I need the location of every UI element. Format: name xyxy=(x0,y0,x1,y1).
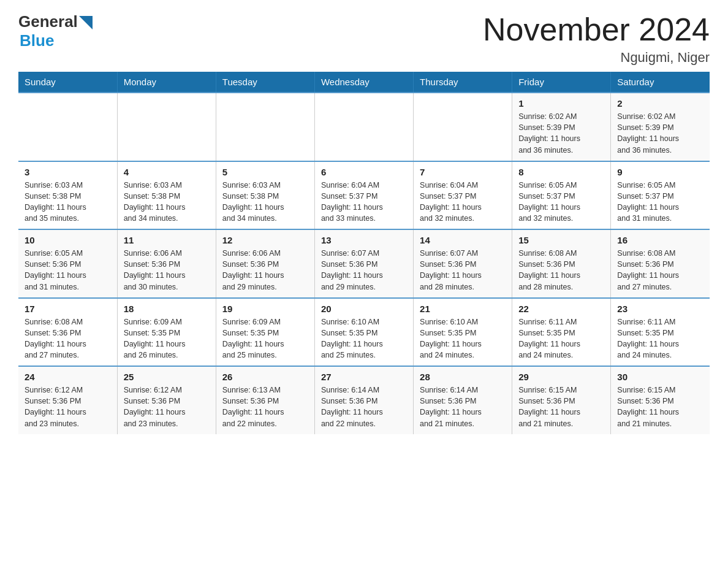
day-info: Sunrise: 6:04 AM Sunset: 5:37 PM Dayligh… xyxy=(321,180,407,224)
day-info: Sunrise: 6:08 AM Sunset: 5:36 PM Dayligh… xyxy=(617,248,703,293)
day-info: Sunrise: 6:12 AM Sunset: 5:36 PM Dayligh… xyxy=(25,385,111,429)
day-number: 28 xyxy=(420,372,506,382)
page-header: General Blue November 2024 Nguigmi, Nige… xyxy=(18,12,710,66)
calendar-day-cell xyxy=(414,93,512,161)
day-info: Sunrise: 6:15 AM Sunset: 5:36 PM Dayligh… xyxy=(617,385,703,429)
calendar-day-cell: 8Sunrise: 6:05 AM Sunset: 5:37 PM Daylig… xyxy=(512,161,611,230)
calendar-day-cell: 15Sunrise: 6:08 AM Sunset: 5:36 PM Dayli… xyxy=(512,229,611,298)
day-number: 25 xyxy=(124,372,210,382)
day-number: 23 xyxy=(617,304,703,314)
day-number: 12 xyxy=(222,235,308,245)
calendar-day-cell: 24Sunrise: 6:12 AM Sunset: 5:36 PM Dayli… xyxy=(18,366,117,434)
weekday-header-friday: Friday xyxy=(512,72,611,93)
logo: General Blue xyxy=(18,12,93,50)
logo-triangle-icon xyxy=(79,16,93,29)
day-number: 29 xyxy=(518,372,604,382)
day-info: Sunrise: 6:14 AM Sunset: 5:36 PM Dayligh… xyxy=(420,385,506,429)
day-number: 15 xyxy=(518,235,604,245)
calendar-week-row: 17Sunrise: 6:08 AM Sunset: 5:36 PM Dayli… xyxy=(18,298,710,367)
calendar-day-cell: 19Sunrise: 6:09 AM Sunset: 5:35 PM Dayli… xyxy=(216,298,314,367)
weekday-header-sunday: Sunday xyxy=(18,72,117,93)
calendar-day-cell: 23Sunrise: 6:11 AM Sunset: 5:35 PM Dayli… xyxy=(611,298,710,367)
calendar-day-cell xyxy=(18,93,117,161)
day-number: 4 xyxy=(124,167,210,177)
calendar-day-cell: 22Sunrise: 6:11 AM Sunset: 5:35 PM Dayli… xyxy=(512,298,611,367)
calendar-day-cell: 11Sunrise: 6:06 AM Sunset: 5:36 PM Dayli… xyxy=(117,229,216,298)
day-number: 20 xyxy=(321,304,407,314)
day-info: Sunrise: 6:06 AM Sunset: 5:36 PM Dayligh… xyxy=(124,248,210,293)
calendar-day-cell: 1Sunrise: 6:02 AM Sunset: 5:39 PM Daylig… xyxy=(512,93,611,161)
calendar-day-cell xyxy=(117,93,216,161)
calendar-table: SundayMondayTuesdayWednesdayThursdayFrid… xyxy=(18,72,710,434)
day-info: Sunrise: 6:05 AM Sunset: 5:37 PM Dayligh… xyxy=(617,180,703,224)
day-info: Sunrise: 6:14 AM Sunset: 5:36 PM Dayligh… xyxy=(321,385,407,429)
day-info: Sunrise: 6:07 AM Sunset: 5:36 PM Dayligh… xyxy=(420,248,506,293)
calendar-day-cell: 27Sunrise: 6:14 AM Sunset: 5:36 PM Dayli… xyxy=(314,366,413,434)
weekday-header-tuesday: Tuesday xyxy=(216,72,314,93)
day-info: Sunrise: 6:13 AM Sunset: 5:36 PM Dayligh… xyxy=(222,385,308,429)
day-info: Sunrise: 6:03 AM Sunset: 5:38 PM Dayligh… xyxy=(25,180,111,224)
day-info: Sunrise: 6:06 AM Sunset: 5:36 PM Dayligh… xyxy=(222,248,308,293)
logo-blue-text: Blue xyxy=(20,31,54,50)
day-number: 3 xyxy=(25,167,111,177)
day-number: 30 xyxy=(617,372,703,382)
calendar-day-cell: 21Sunrise: 6:10 AM Sunset: 5:35 PM Dayli… xyxy=(414,298,512,367)
day-number: 13 xyxy=(321,235,407,245)
calendar-day-cell: 28Sunrise: 6:14 AM Sunset: 5:36 PM Dayli… xyxy=(414,366,512,434)
svg-marker-0 xyxy=(79,16,93,29)
day-number: 27 xyxy=(321,372,407,382)
day-number: 9 xyxy=(617,167,703,177)
day-info: Sunrise: 6:09 AM Sunset: 5:35 PM Dayligh… xyxy=(222,316,308,361)
calendar-day-cell: 9Sunrise: 6:05 AM Sunset: 5:37 PM Daylig… xyxy=(611,161,710,230)
day-number: 18 xyxy=(124,304,210,314)
calendar-day-cell: 5Sunrise: 6:03 AM Sunset: 5:38 PM Daylig… xyxy=(216,161,314,230)
weekday-header-saturday: Saturday xyxy=(611,72,710,93)
day-info: Sunrise: 6:08 AM Sunset: 5:36 PM Dayligh… xyxy=(25,316,111,361)
day-info: Sunrise: 6:03 AM Sunset: 5:38 PM Dayligh… xyxy=(222,180,308,224)
calendar-day-cell: 7Sunrise: 6:04 AM Sunset: 5:37 PM Daylig… xyxy=(414,161,512,230)
weekday-header-wednesday: Wednesday xyxy=(314,72,413,93)
calendar-day-cell: 26Sunrise: 6:13 AM Sunset: 5:36 PM Dayli… xyxy=(216,366,314,434)
calendar-day-cell: 3Sunrise: 6:03 AM Sunset: 5:38 PM Daylig… xyxy=(18,161,117,230)
day-info: Sunrise: 6:02 AM Sunset: 5:39 PM Dayligh… xyxy=(518,111,604,156)
day-number: 7 xyxy=(420,167,506,177)
weekday-header-row: SundayMondayTuesdayWednesdayThursdayFrid… xyxy=(18,72,710,93)
weekday-header-thursday: Thursday xyxy=(414,72,512,93)
day-number: 14 xyxy=(420,235,506,245)
day-info: Sunrise: 6:08 AM Sunset: 5:36 PM Dayligh… xyxy=(518,248,604,293)
day-number: 16 xyxy=(617,235,703,245)
day-number: 8 xyxy=(518,167,604,177)
day-number: 22 xyxy=(518,304,604,314)
calendar-day-cell: 13Sunrise: 6:07 AM Sunset: 5:36 PM Dayli… xyxy=(314,229,413,298)
calendar-day-cell: 25Sunrise: 6:12 AM Sunset: 5:36 PM Dayli… xyxy=(117,366,216,434)
day-info: Sunrise: 6:15 AM Sunset: 5:36 PM Dayligh… xyxy=(518,385,604,429)
title-block: November 2024 Nguigmi, Niger xyxy=(483,12,710,66)
calendar-day-cell: 10Sunrise: 6:05 AM Sunset: 5:36 PM Dayli… xyxy=(18,229,117,298)
day-number: 5 xyxy=(222,167,308,177)
day-number: 17 xyxy=(25,304,111,314)
day-info: Sunrise: 6:02 AM Sunset: 5:39 PM Dayligh… xyxy=(617,111,703,156)
calendar-day-cell: 20Sunrise: 6:10 AM Sunset: 5:35 PM Dayli… xyxy=(314,298,413,367)
day-number: 6 xyxy=(321,167,407,177)
day-number: 10 xyxy=(25,235,111,245)
calendar-week-row: 10Sunrise: 6:05 AM Sunset: 5:36 PM Dayli… xyxy=(18,229,710,298)
calendar-day-cell: 14Sunrise: 6:07 AM Sunset: 5:36 PM Dayli… xyxy=(414,229,512,298)
day-number: 11 xyxy=(124,235,210,245)
logo-general-text: General xyxy=(18,12,78,31)
calendar-day-cell: 17Sunrise: 6:08 AM Sunset: 5:36 PM Dayli… xyxy=(18,298,117,367)
calendar-week-row: 1Sunrise: 6:02 AM Sunset: 5:39 PM Daylig… xyxy=(18,93,710,161)
calendar-day-cell xyxy=(314,93,413,161)
calendar-day-cell: 4Sunrise: 6:03 AM Sunset: 5:38 PM Daylig… xyxy=(117,161,216,230)
calendar-day-cell: 30Sunrise: 6:15 AM Sunset: 5:36 PM Dayli… xyxy=(611,366,710,434)
day-info: Sunrise: 6:12 AM Sunset: 5:36 PM Dayligh… xyxy=(124,385,210,429)
day-info: Sunrise: 6:03 AM Sunset: 5:38 PM Dayligh… xyxy=(124,180,210,224)
day-number: 21 xyxy=(420,304,506,314)
day-info: Sunrise: 6:05 AM Sunset: 5:37 PM Dayligh… xyxy=(518,180,604,224)
day-info: Sunrise: 6:10 AM Sunset: 5:35 PM Dayligh… xyxy=(420,316,506,361)
calendar-day-cell: 6Sunrise: 6:04 AM Sunset: 5:37 PM Daylig… xyxy=(314,161,413,230)
calendar-day-cell xyxy=(216,93,314,161)
day-number: 19 xyxy=(222,304,308,314)
weekday-header-monday: Monday xyxy=(117,72,216,93)
calendar-day-cell: 18Sunrise: 6:09 AM Sunset: 5:35 PM Dayli… xyxy=(117,298,216,367)
day-info: Sunrise: 6:09 AM Sunset: 5:35 PM Dayligh… xyxy=(124,316,210,361)
